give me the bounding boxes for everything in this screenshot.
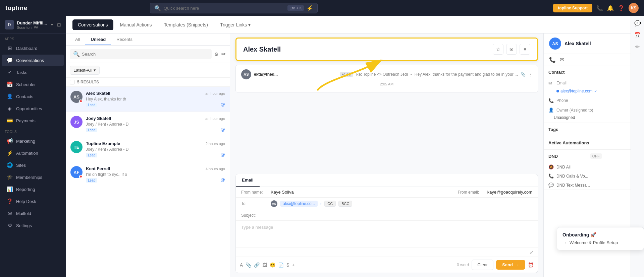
right-panel-actions: 📞 ✉ (544, 54, 644, 66)
tab-all[interactable]: All (70, 33, 85, 45)
bold-icon[interactable]: A (240, 262, 243, 268)
conv-search-box[interactable]: 🔍 (70, 49, 212, 59)
tab-manual-actions[interactable]: Manual Actions (115, 19, 157, 30)
subject-input[interactable] (271, 213, 532, 218)
compose-tab-email[interactable]: Email (236, 174, 260, 187)
sidebar-item-automation[interactable]: ⚡ Automation (2, 147, 64, 159)
resize-icon[interactable]: ⤢ (530, 250, 534, 255)
user-avatar[interactable]: KS (629, 3, 639, 13)
top-navigation: topline 🔍 Ctrl + K ⚡ topline Support 📞 🔔… (0, 0, 644, 16)
help-desk-icon: ❓ (7, 198, 13, 204)
bcc-button[interactable]: BCC (338, 201, 352, 207)
email-action-icon[interactable]: ✉ (560, 57, 564, 63)
side-calendar-icon[interactable]: 📅 (634, 32, 641, 38)
tab-templates[interactable]: Templates (Snippets) (158, 19, 213, 30)
workspace-info: Dunder Miffli... Scranton, PA (17, 20, 47, 29)
document-icon[interactable]: 📄 (278, 262, 284, 268)
clear-button[interactable]: Clear (472, 260, 493, 270)
compose-body[interactable]: Type a message (236, 221, 538, 248)
search-input[interactable] (164, 6, 285, 11)
sidebar-item-memberships[interactable]: 🎓 Memberships (2, 171, 64, 183)
phone-icon[interactable]: 📞 (596, 5, 603, 11)
conv-time: 4 hours ago (206, 167, 225, 171)
onboarding-item[interactable]: → Welcome & Profile Setup (562, 240, 638, 245)
conversation-header: Alex Skatell ☆ ✉ ≡ (235, 38, 538, 61)
side-conversations-icon[interactable]: 💬 (634, 20, 641, 26)
sort-select[interactable]: Latest-All ▾ (70, 66, 100, 75)
email-channel-icon: @ (221, 102, 225, 107)
image-icon[interactable]: 🖼 (262, 262, 267, 268)
cc-button[interactable]: CC (324, 201, 336, 207)
star-button[interactable]: ☆ (493, 44, 503, 55)
sidebar-item-opportunities[interactable]: ◈ Opportunities (2, 103, 64, 114)
resize-area: ⤢ (236, 248, 538, 257)
dnd-section-header[interactable]: DND OFF ▲ (544, 150, 644, 162)
contact-section: Contact ▲ ✉ Email + alex@topline.com ✓ (544, 66, 644, 123)
contact-section-header[interactable]: Contact ▲ (544, 66, 644, 78)
global-search-bar[interactable]: 🔍 Ctrl + K ⚡ (150, 3, 318, 13)
dnd-calls-label: DND Calls & Vo... (556, 174, 588, 179)
sidebar-item-payments[interactable]: 💳 Payments (2, 115, 64, 126)
automations-section-header[interactable]: Active Automations ▾ (544, 136, 644, 149)
to-chip[interactable]: alex@topline.co... (280, 201, 318, 207)
onboarding-title: Onboarding 🚀 (562, 232, 638, 237)
sidebar-item-marketing[interactable]: 📢 Marketing (2, 135, 64, 147)
subject-label: Subject: (241, 213, 268, 218)
conv-item-joey[interactable]: JS Joey Skatell an hour ago Joey / Kent … (66, 112, 230, 137)
thread-subject: Re: Topline <> Outreach Jedi (356, 72, 408, 77)
tags-section-header[interactable]: Tags ▾ (544, 123, 644, 136)
top-nav-right: topline Support 📞 🔔 ❓ KS (553, 3, 639, 13)
attach-icon[interactable]: 📎 (246, 262, 251, 268)
filter-icon[interactable]: ⚙ (214, 52, 219, 57)
sidebar-item-dashboard[interactable]: ⊞ Dashboard (2, 43, 64, 54)
link-icon[interactable]: 🔗 (254, 262, 260, 268)
conversation-panel: Alex Skatell ☆ ✉ ≡ AS ekta@thed... (230, 33, 543, 277)
more-icon[interactable]: ⋮ (528, 72, 532, 77)
sidebar-item-mailfold[interactable]: ✉ Mailfold (2, 208, 64, 219)
side-edit-icon[interactable]: ✏ (635, 44, 640, 50)
conv-item-body-topline: Topline Example 2 hours ago Joey / Kent … (86, 141, 225, 158)
sidebar-item-help-desk[interactable]: ❓ Help Desk (2, 196, 64, 207)
sidebar-item-contacts[interactable]: 👤 Contacts (2, 91, 64, 102)
conv-item-kent[interactable]: KF Kent Ferrell 4 hours ago I'm on fligh… (66, 162, 230, 187)
conv-item-alex[interactable]: AS Alex Skatell an hour ago Hey Alex, th… (66, 87, 230, 112)
bell-icon[interactable]: 🔔 (607, 5, 614, 11)
conv-tag: Lead (86, 178, 97, 183)
conv-time: an hour ago (205, 117, 225, 121)
tab-conversations[interactable]: Conversations (72, 19, 113, 30)
phone-action-icon[interactable]: 📞 (549, 57, 556, 63)
tab-unread[interactable]: Unread (85, 33, 111, 45)
conv-search-input[interactable] (82, 52, 208, 57)
owner-icon: 👤 (548, 108, 554, 113)
contacts-icon: 👤 (7, 93, 13, 99)
menu-button[interactable]: ≡ (520, 44, 530, 55)
select-all-checkbox[interactable] (70, 80, 74, 84)
schedule-send-icon[interactable]: ⏰ (528, 262, 534, 268)
edit-icon[interactable]: ✏ (221, 51, 226, 57)
search-icon: 🔍 (154, 5, 161, 11)
help-icon[interactable]: ❓ (618, 5, 625, 11)
sidebar-item-reporting[interactable]: 📊 Reporting (2, 184, 64, 195)
trigger-links-dropdown[interactable]: Trigger Links ▾ (215, 19, 256, 30)
conv-item-body-kent: Kent Ferrell 4 hours ago I'm on flight t… (86, 166, 225, 183)
emoji-icon[interactable]: 😊 (270, 262, 275, 268)
support-button[interactable]: topline Support (553, 4, 592, 12)
sidebar-item-conversations[interactable]: 💬 Conversations (2, 55, 64, 66)
plus-icon[interactable]: + (292, 262, 294, 268)
sidebar-item-tasks[interactable]: ✓ Tasks (2, 67, 64, 78)
dnd-all-label: DND All (556, 165, 571, 169)
sidebar-item-settings[interactable]: ⚙ Settings (2, 220, 64, 231)
sidebar-item-scheduler[interactable]: 📅 Scheduler (2, 79, 64, 90)
tags-title: Tags (548, 127, 558, 132)
automations-section: Active Automations ▾ (544, 136, 644, 150)
tab-recents[interactable]: Recents (111, 33, 138, 45)
workspace-switcher[interactable]: D Dunder Miffli... Scranton, PA ▾ ⊟ (0, 16, 66, 34)
expand-to-icon[interactable]: › (320, 201, 322, 206)
conv-item-topline[interactable]: TE Topline Example 2 hours ago Joey / Ke… (66, 137, 230, 162)
layout-icon[interactable]: ⊟ (57, 22, 61, 27)
compose-area: Email From name: Kaye Soliva From email:… (235, 174, 538, 273)
email-button[interactable]: ✉ (506, 44, 517, 55)
dollar-icon[interactable]: $ (286, 262, 289, 268)
send-button[interactable]: Send → (496, 260, 525, 270)
sidebar-item-sites[interactable]: 🌐 Sites (2, 159, 64, 171)
